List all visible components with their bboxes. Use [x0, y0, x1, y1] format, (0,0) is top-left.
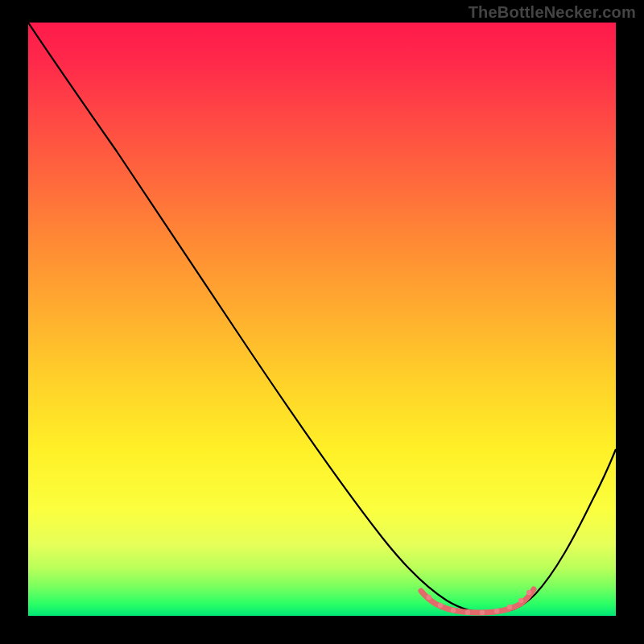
attribution-watermark: TheBottleNecker.com — [469, 3, 636, 22]
chart-frame: TheBottleNecker.com — [0, 0, 644, 644]
plot-background-gradient — [28, 23, 616, 616]
